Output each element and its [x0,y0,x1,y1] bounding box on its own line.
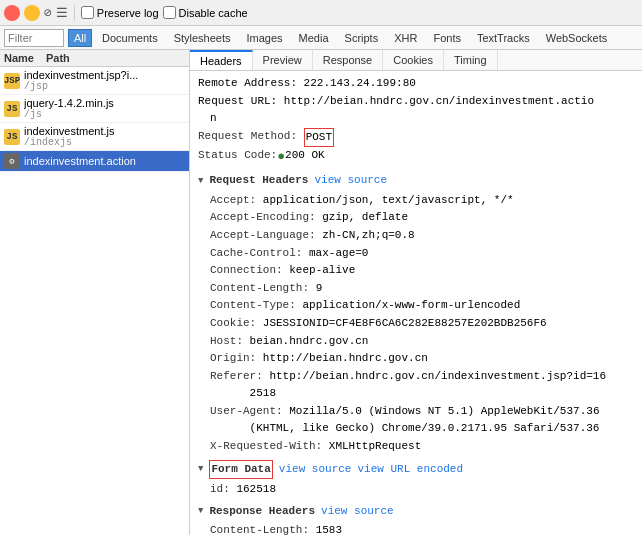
separator [74,5,75,21]
file-name-3: indexinvestment.js [24,125,115,137]
triangle-icon: ▼ [198,174,203,188]
status-code-value: 200 OK [285,147,325,168]
file-item-1[interactable]: JSP indexinvestment.jsp?i... /jsp [0,67,189,95]
detail-content: Remote Address: 222.143.24.199:80 Reques… [190,71,642,535]
file-path-3: /indexjs [24,137,115,148]
request-headers-section: ▼ Request Headers view source [198,172,634,190]
file-name-2: jquery-1.4.2.min.js [24,97,114,109]
close-button[interactable] [4,5,20,21]
tab-headers[interactable]: Headers [190,50,253,70]
file-name-1: indexinvestment.jsp?i... [24,69,138,81]
header-accept-encoding: Accept-Encoding: gzip, deflate [210,209,634,227]
file-item-3[interactable]: JS indexinvestment.js /indexjs [0,123,189,151]
header-host: Host: beian.hndrc.gov.cn [210,333,634,351]
file-name-4: indexinvestment.action [24,155,136,167]
tab-stylesheets[interactable]: Stylesheets [168,30,237,46]
response-headers-section: ▼ Response Headers view source [198,503,634,521]
request-headers-link[interactable]: view source [314,172,387,190]
response-headers-link[interactable]: view source [321,503,394,521]
disable-cache-checkbox[interactable]: Disable cache [163,6,248,19]
status-code-label: Status Code: [198,147,277,168]
tab-documents[interactable]: Documents [96,30,164,46]
header-origin: Origin: http://beian.hndrc.gov.cn [210,350,634,368]
header-x-requested-with: X-Requested-With: XMLHttpRequest [210,438,634,456]
remote-address: Remote Address: 222.143.24.199:80 [198,75,416,93]
header-cache-control: Cache-Control: max-age=0 [210,245,634,263]
list-icon[interactable]: ☰ [56,5,68,21]
response-headers-content: Content-Length: 1583 Date: Wed, 24 Dec 2… [198,522,634,535]
header-connection: Connection: keep-alive [210,262,634,280]
detail-tabs: Headers Preview Response Cookies Timing [190,50,642,71]
tab-websockets[interactable]: WebSockets [540,30,614,46]
jsp-icon: JSP [4,73,20,89]
tab-xhr[interactable]: XHR [388,30,423,46]
request-url: Request URL: http://beian.hndrc.gov.cn/i… [198,93,594,111]
file-list-header: Name Path [0,50,189,67]
header-content-type: Content-Type: application/x-www-form-url… [210,297,634,315]
header-content-length: Content-Length: 9 [210,280,634,298]
action-icon: ⚙ [4,153,20,169]
tab-texttracks[interactable]: TextTracks [471,30,536,46]
tab-cookies[interactable]: Cookies [383,50,444,70]
file-list: Name Path JSP indexinvestment.jsp?i... /… [0,50,190,535]
form-data-id-value: 162518 [236,483,276,495]
minimize-button[interactable] [24,5,40,21]
header-user-agent: User-Agent: Mozilla/5.0 (Windows NT 5.1)… [210,403,634,438]
status-code-row: Status Code: ● 200 OK [198,147,634,168]
tab-media[interactable]: Media [293,30,335,46]
tab-response[interactable]: Response [313,50,384,70]
status-dot: ● [277,147,285,168]
form-data-link2[interactable]: view URL encoded [357,461,463,479]
col-path: Path [42,50,74,66]
main-area: Name Path JSP indexinvestment.jsp?i... /… [0,50,642,535]
request-headers-content: Accept: application/json, text/javascrip… [198,192,634,456]
response-headers-triangle: ▼ [198,504,203,518]
form-data-label: Form Data [211,463,270,475]
preserve-log-checkbox[interactable]: Preserve log [81,6,159,19]
tab-preview[interactable]: Preview [253,50,313,70]
js-icon-1: JS [4,101,20,117]
tab-fonts[interactable]: Fonts [427,30,467,46]
response-headers-title: Response Headers [209,503,315,521]
disable-cache-label: Disable cache [179,7,248,19]
file-item-4[interactable]: ⚙ indexinvestment.action [0,151,189,172]
form-data-id-row: id: 162518 [210,481,634,499]
request-method-value: POST [304,128,334,148]
form-data-title: Form Data [209,460,272,480]
request-method-text: POST [306,131,332,143]
tab-timing[interactable]: Timing [444,50,498,70]
form-data-triangle: ▼ [198,462,203,476]
request-method-label: Request Method: [198,128,297,148]
toolbar: ⊘ ☰ Preserve log Disable cache [0,0,642,26]
request-method-row: Request Method: POST [198,128,634,148]
col-name: Name [0,50,38,66]
header-accept-language: Accept-Language: zh-CN,zh;q=0.8 [210,227,634,245]
header-cookie: Cookie: JSESSIONID=CF4E8F6CA6C282E88257E… [210,315,634,333]
filter-bar: All Documents Stylesheets Images Media S… [0,26,642,50]
resp-header-content-length: Content-Length: 1583 [210,522,634,535]
form-data-link1[interactable]: view source [279,461,352,479]
tab-images[interactable]: Images [241,30,289,46]
file-path-1: /jsp [24,81,138,92]
filter-input[interactable] [4,29,64,47]
preserve-log-label: Preserve log [97,7,159,19]
all-filter-button[interactable]: All [68,29,92,47]
filter-icon[interactable]: ⊘ [44,5,52,21]
form-data-section: ▼ Form Data view source view URL encoded [198,460,634,480]
request-headers-title: Request Headers [209,172,308,190]
request-url-cont: n [198,110,634,128]
tab-scripts[interactable]: Scripts [339,30,385,46]
file-item-2[interactable]: JS jquery-1.4.2.min.js /js [0,95,189,123]
header-accept: Accept: application/json, text/javascrip… [210,192,634,210]
remote-address-row: Remote Address: 222.143.24.199:80 [198,75,634,93]
js-icon-2: JS [4,129,20,145]
detail-panel: Headers Preview Response Cookies Timing … [190,50,642,535]
form-data-id-label: id: [210,483,230,495]
request-url-row: Request URL: http://beian.hndrc.gov.cn/i… [198,93,634,111]
header-referer: Referer: http://beian.hndrc.gov.cn/index… [210,368,634,403]
form-data-content: id: 162518 [198,481,634,499]
file-path-2: /js [24,109,114,120]
